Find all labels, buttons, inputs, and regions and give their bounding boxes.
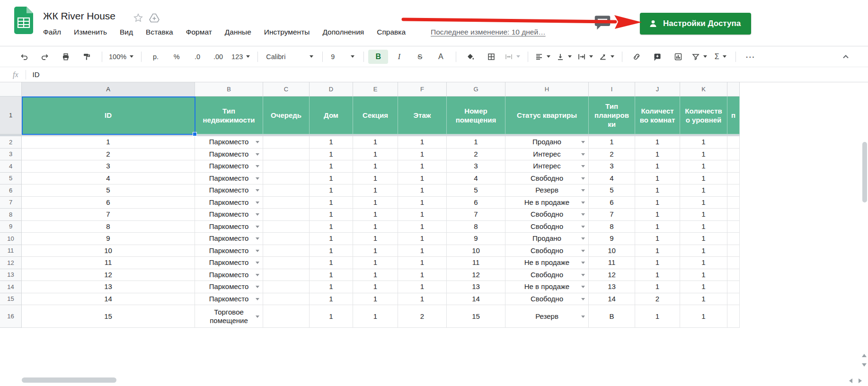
cell-C7[interactable] <box>263 197 310 209</box>
cell-D14[interactable]: 1 <box>310 281 353 293</box>
comment-history-icon[interactable] <box>593 15 611 31</box>
cell-G3[interactable]: 2 <box>447 149 505 161</box>
header-cell-K[interactable]: Количество уровней <box>680 96 727 134</box>
cell-F3[interactable]: 1 <box>398 149 447 161</box>
cell-C6[interactable] <box>263 184 310 197</box>
cell-G7[interactable]: 6 <box>447 197 505 209</box>
dropdown-arrow-icon[interactable] <box>256 202 259 204</box>
cell-D15[interactable]: 1 <box>310 293 353 306</box>
vertical-align-button[interactable] <box>554 50 574 64</box>
menu-view[interactable]: Вид <box>120 28 133 36</box>
fill-handle[interactable] <box>193 132 197 136</box>
font-family-select[interactable]: Calibri <box>262 50 317 64</box>
cell-I3[interactable]: 2 <box>589 149 635 161</box>
cell-G6[interactable]: 5 <box>447 184 505 197</box>
scroll-left-icon[interactable] <box>849 378 852 383</box>
cell-E8[interactable]: 1 <box>353 209 398 221</box>
menu-file[interactable]: Файл <box>43 28 61 36</box>
fill-color-button[interactable] <box>461 50 480 64</box>
print-button[interactable] <box>56 50 76 64</box>
cell-B6[interactable]: Паркоместо <box>195 184 263 197</box>
row-header-10[interactable]: 10 <box>0 233 22 245</box>
header-cell-F[interactable]: Этаж <box>398 96 447 134</box>
cell-K4[interactable]: 1 <box>680 160 727 173</box>
cell-J7[interactable]: 1 <box>635 197 680 209</box>
cell-H12[interactable]: Не в продаже <box>505 257 589 269</box>
column-header-A[interactable]: A <box>22 82 195 96</box>
cell-C16[interactable] <box>263 305 310 328</box>
column-header-K[interactable]: K <box>680 82 727 96</box>
doc-title[interactable]: ЖК River House <box>43 10 115 22</box>
cell-E14[interactable]: 1 <box>353 281 398 293</box>
cell-C12[interactable] <box>263 257 310 269</box>
cell-G5[interactable]: 4 <box>447 173 505 185</box>
cell-D12[interactable]: 1 <box>310 257 353 269</box>
menu-help[interactable]: Справка <box>377 28 406 36</box>
menu-edit[interactable]: Изменить <box>74 28 107 36</box>
cell-E12[interactable]: 1 <box>353 257 398 269</box>
dropdown-arrow-icon[interactable] <box>256 226 259 228</box>
dropdown-arrow-icon[interactable] <box>256 250 259 252</box>
column-header-E[interactable]: E <box>353 82 398 96</box>
cell-H15[interactable]: Свободно <box>505 293 589 306</box>
dropdown-arrow-icon[interactable] <box>256 274 259 276</box>
cell-B14[interactable]: Паркоместо <box>195 281 263 293</box>
dropdown-arrow-icon[interactable] <box>581 286 585 288</box>
cell-F12[interactable]: 1 <box>398 257 447 269</box>
cell-K2[interactable]: 1 <box>680 136 727 149</box>
cell-C3[interactable] <box>263 149 310 161</box>
cell-C8[interactable] <box>263 209 310 221</box>
number-format-button[interactable]: 123 <box>229 50 252 64</box>
cell-K13[interactable]: 1 <box>680 269 727 281</box>
row-header-5[interactable]: 5 <box>0 173 22 185</box>
row-header-6[interactable]: 6 <box>0 184 22 197</box>
cell-J12[interactable]: 1 <box>635 257 680 269</box>
insert-chart-button[interactable] <box>668 50 688 64</box>
cell-K3[interactable]: 1 <box>680 149 727 161</box>
header-cell-B[interactable]: Тип недвижимости <box>195 96 263 134</box>
cell-E15[interactable]: 1 <box>353 293 398 306</box>
cell-E3[interactable]: 1 <box>353 149 398 161</box>
row-header-2[interactable]: 2 <box>0 136 22 149</box>
cell-C13[interactable] <box>263 269 310 281</box>
cell-H10[interactable]: Продано <box>505 233 589 245</box>
cell-A15[interactable]: 14 <box>22 293 195 306</box>
menu-format[interactable]: Формат <box>186 28 212 36</box>
row-header-4[interactable]: 4 <box>0 160 22 173</box>
row-header-1[interactable]: 1 <box>0 96 22 134</box>
column-header-partial[interactable] <box>727 82 740 96</box>
cell-D7[interactable]: 1 <box>310 197 353 209</box>
cell-E4[interactable]: 1 <box>353 160 398 173</box>
cell-I6[interactable]: 5 <box>589 184 635 197</box>
dropdown-arrow-icon[interactable] <box>581 213 585 216</box>
dropdown-arrow-icon[interactable] <box>256 165 259 167</box>
row-header-11[interactable]: 11 <box>0 245 22 257</box>
cell-B3[interactable]: Паркоместо <box>195 149 263 161</box>
row-header-7[interactable]: 7 <box>0 197 22 209</box>
cell-H7[interactable]: Не в продаже <box>505 197 589 209</box>
horizontal-scrollbar[interactable] <box>22 377 116 383</box>
cell-H5[interactable]: Свободно <box>505 173 589 185</box>
header-cell-D[interactable]: Дом <box>310 96 353 134</box>
cell-K16[interactable]: 1 <box>680 305 727 328</box>
dropdown-arrow-icon[interactable] <box>581 141 585 143</box>
cell-I10[interactable]: 9 <box>589 233 635 245</box>
cell-partial-9[interactable] <box>727 221 740 233</box>
cell-J13[interactable]: 1 <box>635 269 680 281</box>
cell-F2[interactable]: 1 <box>398 136 447 149</box>
column-header-C[interactable]: C <box>263 82 310 96</box>
cell-F11[interactable]: 1 <box>398 245 447 257</box>
cell-D2[interactable]: 1 <box>310 136 353 149</box>
cell-J2[interactable]: 1 <box>635 136 680 149</box>
formula-input[interactable]: ID <box>33 70 40 79</box>
cell-K6[interactable]: 1 <box>680 184 727 197</box>
cell-D9[interactable]: 1 <box>310 221 353 233</box>
cell-B11[interactable]: Паркоместо <box>195 245 263 257</box>
dropdown-arrow-icon[interactable] <box>256 189 259 192</box>
cell-F14[interactable]: 1 <box>398 281 447 293</box>
merge-cells-button[interactable] <box>502 50 523 64</box>
dropdown-arrow-icon[interactable] <box>581 189 585 192</box>
cell-F15[interactable]: 1 <box>398 293 447 306</box>
select-all-corner[interactable] <box>0 82 22 96</box>
cell-partial-7[interactable] <box>727 197 740 209</box>
